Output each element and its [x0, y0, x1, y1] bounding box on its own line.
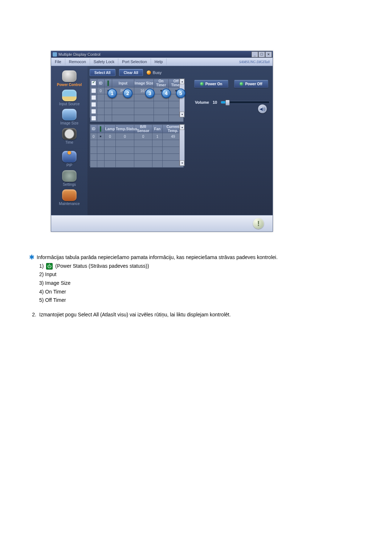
row-checkbox[interactable]: [91, 95, 96, 100]
input-source-icon: [62, 90, 77, 101]
sidebar-item-settings[interactable]: Settings: [53, 170, 86, 186]
power-icon: [107, 81, 109, 86]
cell-lamp: 0: [105, 133, 116, 140]
table-row[interactable]: [90, 108, 184, 115]
brand-text: SAMSUNG DIGITall: [239, 60, 273, 64]
scroll-up-icon[interactable]: ▴: [180, 124, 184, 130]
table-row[interactable]: 0 0 0 0 1 49: [90, 133, 184, 140]
display-info-table: ID Input Image Size On Timer Off Timer: [90, 78, 185, 118]
lead-text: Informācijas tabula parāda nepieciešamo …: [37, 254, 278, 262]
maximize-button[interactable]: ☐: [258, 52, 265, 57]
row-checkbox[interactable]: [91, 116, 96, 121]
list-item: 5) Off Timer: [39, 296, 363, 304]
window-controls: _ ☐ ✕: [251, 52, 272, 57]
scrollbar[interactable]: ▴▾: [179, 124, 184, 166]
callout-4: 4: [162, 89, 171, 98]
menu-help[interactable]: Help: [151, 58, 167, 65]
power-off-label: Power Off: [245, 82, 262, 86]
cell-fan: 1: [152, 133, 163, 140]
app-window: Multiple Display Control _ ☐ ✕ File Remo…: [51, 51, 273, 232]
sidebar-item-time[interactable]: Time: [53, 128, 86, 144]
minimize-button[interactable]: _: [252, 52, 258, 57]
sidebar-item-label: Maintenance: [53, 202, 86, 206]
table-row[interactable]: [90, 140, 184, 147]
menu-safety[interactable]: Safety Lock: [90, 58, 118, 65]
sidebar-item-image-size[interactable]: Image Size: [53, 109, 86, 125]
item-text: (Power Status (Strāvas padeves statuss)): [55, 263, 149, 269]
row-checkbox[interactable]: [91, 109, 96, 114]
busy-indicator: Busy: [147, 70, 162, 75]
volume-slider[interactable]: [221, 101, 270, 104]
sidebar: Power Control Input Source Image Size Ti…: [51, 66, 87, 215]
table-row[interactable]: [90, 154, 184, 161]
sidebar-item-power-control[interactable]: Power Control: [53, 70, 86, 87]
power-on-label: Power On: [205, 82, 222, 86]
select-all-button[interactable]: Select All: [90, 69, 115, 76]
pip-icon: [62, 151, 77, 163]
power-on-button[interactable]: Power On: [194, 80, 228, 88]
callout-5: 5: [176, 89, 185, 98]
tables-column: ID Input Image Size On Timer Off Timer: [90, 78, 190, 166]
clear-all-button[interactable]: Clear All: [119, 69, 143, 76]
star-icon: ✱: [29, 255, 34, 260]
image-size-icon: [62, 109, 77, 120]
led-on-icon: [200, 82, 203, 85]
speaker-icon[interactable]: ◀)): [258, 104, 267, 113]
table-row[interactable]: [90, 115, 184, 122]
row-checkbox[interactable]: [91, 102, 96, 107]
cell-id: 0: [90, 133, 97, 140]
table-header: ID Lamp Temp.Status B/R Sensor Fan Curre…: [90, 125, 184, 133]
table-row[interactable]: [90, 101, 184, 108]
power-off-button[interactable]: Power Off: [234, 80, 268, 88]
window-title: Multiple Display Control: [58, 51, 101, 58]
title-bar: Multiple Display Control _ ☐ ✕: [51, 51, 273, 58]
scrollbar[interactable]: ▴▾: [179, 79, 184, 117]
busy-label: Busy: [153, 70, 162, 75]
settings-icon: [62, 170, 77, 182]
list-item: 4) On Timer: [39, 288, 363, 296]
table-row[interactable]: [90, 161, 184, 168]
menu-remocon[interactable]: Remocon: [65, 58, 90, 65]
scroll-down-icon[interactable]: ▾: [180, 112, 184, 117]
step-number: 2.: [29, 311, 36, 319]
control-panel: Power On Power Off Volume 10 ◀)): [192, 78, 270, 166]
slider-knob[interactable]: [225, 100, 230, 106]
app-icon: [53, 52, 57, 57]
sidebar-item-pip[interactable]: PIP: [53, 147, 86, 167]
header-checkbox[interactable]: [91, 81, 96, 86]
sidebar-item-maintenance[interactable]: Maintenance: [53, 189, 86, 206]
sidebar-item-input-source[interactable]: Input Source: [53, 90, 86, 106]
col-input: Input: [112, 79, 134, 87]
toolbar: Select All Clear All Busy: [90, 69, 270, 76]
scroll-down-icon[interactable]: ▾: [180, 160, 184, 166]
main-pane: Select All Clear All Busy: [87, 66, 273, 215]
col-power: [105, 79, 112, 87]
sidebar-item-label: Power Control: [53, 83, 86, 87]
led-off-icon: [240, 82, 243, 85]
busy-icon: [147, 70, 151, 75]
step-text: Izmantojiet pogu Select All (Atlasīt vis…: [39, 311, 231, 319]
power-icon: [100, 126, 101, 132]
callout-3: 3: [145, 89, 155, 98]
status-bar: !: [51, 215, 273, 231]
col-tempstatus: Temp.Status: [115, 125, 134, 133]
menu-port[interactable]: Port Selection: [118, 58, 151, 65]
alert-icon: !: [253, 218, 264, 229]
menu-bar: File Remocon Safety Lock Port Selection …: [51, 58, 273, 66]
list-item: 3) Image Size: [39, 279, 363, 287]
col-ontimer: On Timer: [154, 79, 168, 87]
cell-tempstatus: 0: [115, 133, 134, 140]
close-button[interactable]: ✕: [265, 52, 272, 57]
col-lamp: Lamp: [105, 125, 116, 133]
col-imagesize: Image Size: [134, 79, 154, 87]
time-icon: [62, 128, 77, 140]
power-status-icon: [46, 263, 53, 270]
cell-id: 0: [97, 87, 105, 94]
maintenance-icon: [62, 189, 77, 201]
table-row[interactable]: [90, 147, 184, 154]
scroll-up-icon[interactable]: ▴: [180, 79, 184, 84]
maintenance-table: ID Lamp Temp.Status B/R Sensor Fan Curre…: [90, 124, 185, 166]
row-checkbox[interactable]: [91, 88, 96, 93]
menu-file[interactable]: File: [51, 58, 65, 65]
sidebar-item-label: Input Source: [53, 102, 86, 106]
